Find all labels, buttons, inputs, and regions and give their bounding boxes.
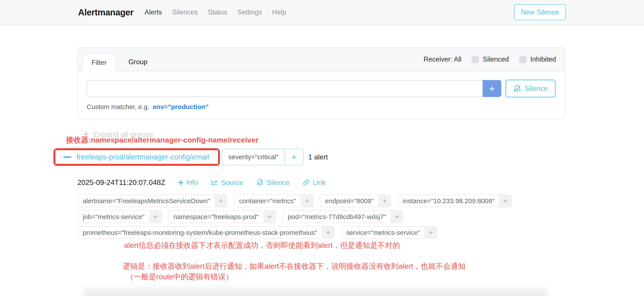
silenced-checkbox[interactable] [472,56,479,63]
annotation-note-2: 逻辑是：接收器收到alert后进行通知，如果alert不在接收器下，说明接收器没… [123,261,466,271]
silence-filter-label: Silence [525,84,548,92]
nav-links: Alerts Silences Status Settings Help [144,8,286,16]
nav-link-status[interactable]: Status [208,8,227,16]
label-pill: prometheus="freeleaps-monitoring-system/… [78,226,334,239]
red-highlight-box: freeleaps-prod/alertmanager-config/email [54,148,220,166]
alert-labels: alertname="FreeleapsMetricsServiceDown" … [78,194,565,239]
matcher-input[interactable] [87,80,482,97]
alert-timestamp: 2025-09-24T11:20:07.048Z [78,178,165,187]
filter-card-header: Filter Group Receiver: All Silenced Inhi… [78,48,565,71]
receiver-collapse-button[interactable]: freeleaps-prod/alertmanager-config/email [56,150,218,164]
label-pill: container="metrics" + [234,194,313,207]
group-matcher-chip: severity="critical" + [222,149,303,165]
source-label: Source [221,178,243,187]
labels-row: job="metrics-service" + namespace="freel… [78,210,565,223]
add-matcher-button[interactable]: + [482,80,501,97]
label-text: service="metrics-service" [341,227,425,238]
labels-row: prometheus="freeleaps-monitoring-system/… [78,226,565,239]
silenced-label: Silenced [483,56,509,63]
label-text: pod="metrics-77d9cdb497-wdsj7" [283,211,391,222]
labels-row: alertname="FreeleapsMetricsServiceDown" … [78,194,565,207]
silenced-toggle[interactable]: Silenced [472,56,509,63]
label-text: endpoint="8009" [320,195,378,207]
silence-alert-label: Silence [266,178,290,187]
label-add-button[interactable]: + [391,211,403,222]
app-brand[interactable]: Alertmanager [78,8,134,17]
inhibited-label: Inhibited [530,56,556,63]
matcher-row: + Silence [87,80,556,98]
filter-card-body: + Silence Custom matcher, e.g. env="prod… [78,71,565,110]
label-add-button[interactable]: + [499,195,511,207]
info-label: Info [186,178,198,186]
matcher-hint: Custom matcher, e.g. env="production" [87,103,556,110]
plus-icon: + [178,178,184,187]
annotation-note-3: （一般是route中的逻辑有错误） [126,272,233,282]
hint-example-link[interactable]: env="production" [153,103,208,110]
group-matcher-add-button[interactable]: + [284,149,303,165]
filter-card: Filter Group Receiver: All Silenced Inhi… [78,47,565,119]
generator-link[interactable]: Link [302,178,326,187]
inhibited-toggle[interactable]: Inhibited [519,56,556,63]
silence-filter-button[interactable]: Silence [506,80,556,98]
label-add-button[interactable]: + [425,227,436,238]
annotation-receiver-note: 接收器:namespace/altermanager-config-name/r… [66,135,258,145]
label-pill: pod="metrics-77d9cdb497-wdsj7" + [282,210,403,223]
tab-filter[interactable]: Filter [82,53,116,72]
label-text: container="metrics" [234,195,301,207]
new-silence-button[interactable]: New Silence [514,4,566,20]
label-text: instance="10.233.98.209:8009" [398,195,499,207]
alert-group-row: freeleaps-prod/alertmanager-config/email… [54,148,328,166]
link-label: Link [313,178,326,187]
alertmanager-page: Alertmanager Alerts Silences Status Sett… [0,0,644,296]
info-button[interactable]: + Info [178,178,198,187]
annotation-note-1: alert信息必须在接收器下才表示配置成功，否则即使能看到alert，但是通知是… [124,240,400,250]
nav-link-help[interactable]: Help [272,8,286,16]
group-matcher-label[interactable]: severity="critical" [222,149,284,165]
label-pill: instance="10.233.98.209:8009" + [398,194,512,207]
label-text: alertname="FreeleapsMetricsServiceDown" [78,195,215,207]
label-add-button[interactable]: + [264,211,275,222]
chart-line-icon [211,179,218,186]
label-add-button[interactable]: + [378,195,390,207]
top-navbar: Alertmanager Alerts Silences Status Sett… [0,0,644,25]
silence-alert-button[interactable]: Silence [256,178,290,187]
label-text: prometheus="freeleaps-monitoring-system/… [78,227,322,238]
hint-text: Custom matcher, e.g. [87,103,149,110]
receiver-filter-dropdown[interactable]: Receiver: All [424,56,462,63]
inhibited-checkbox[interactable] [519,56,526,63]
bell-slash-icon [513,84,522,93]
nav-link-alerts[interactable]: Alerts [144,8,162,16]
label-pill: namespace="freeleaps-prod" + [168,210,276,223]
link-icon [302,179,310,186]
label-text: namespace="freeleaps-prod" [169,211,264,222]
label-add-button[interactable]: + [322,227,334,238]
navbar-inner: Alertmanager Alerts Silences Status Sett… [78,0,566,25]
alert-meta-row: 2025-09-24T11:20:07.048Z + Info Source [78,177,326,188]
label-pill: service="metrics-service" + [341,226,437,239]
bottom-shadow [84,284,547,296]
tab-group[interactable]: Group [120,53,156,71]
label-text: job="metrics-service" [78,211,149,222]
label-pill: job="metrics-service" + [78,210,162,223]
nav-link-silences[interactable]: Silences [172,8,198,16]
receiver-name: freeleaps-prod/alertmanager-config/email [76,153,209,161]
alert-count: 1 alert [308,153,328,161]
label-pill: alertname="FreeleapsMetricsServiceDown" … [78,194,227,207]
minus-icon [63,156,71,158]
bell-slash-icon [256,179,264,186]
label-add-button[interactable]: + [215,195,227,207]
filter-header-controls: Receiver: All Silenced Inhibited [424,56,565,63]
source-link[interactable]: Source [211,178,243,187]
label-add-button[interactable]: + [149,211,161,222]
nav-link-settings[interactable]: Settings [237,8,262,16]
label-add-button[interactable]: + [301,195,313,207]
label-pill: endpoint="8009" + [320,194,391,207]
